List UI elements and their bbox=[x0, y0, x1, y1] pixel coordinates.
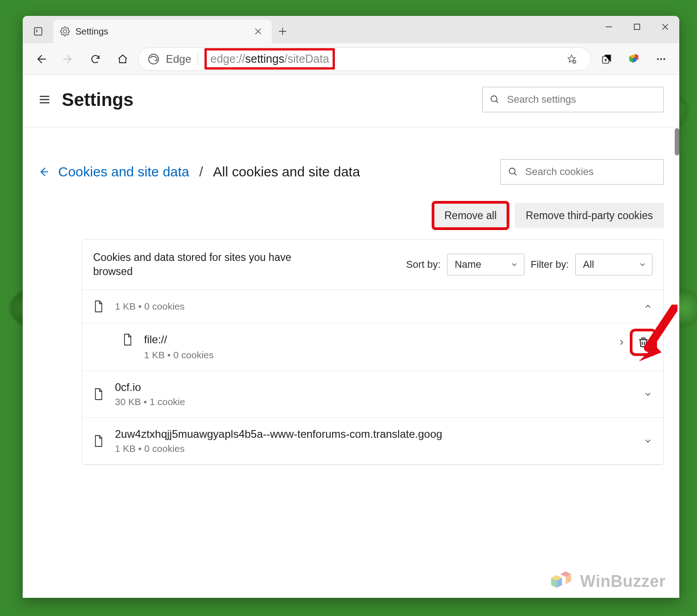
card-header: Cookies and data stored for sites you ha… bbox=[82, 240, 663, 290]
trash-icon bbox=[637, 336, 650, 349]
svg-point-12 bbox=[491, 96, 497, 102]
cookie-actions: Remove all Remove third-party cookies bbox=[23, 185, 679, 228]
file-icon bbox=[122, 333, 133, 346]
file-icon bbox=[93, 435, 104, 447]
tab-actions-button[interactable] bbox=[29, 22, 47, 40]
svg-rect-0 bbox=[35, 28, 42, 35]
breadcrumb-link[interactable]: Cookies and site data bbox=[58, 164, 189, 180]
home-icon bbox=[117, 54, 128, 65]
nav-home-button[interactable] bbox=[111, 48, 134, 70]
delete-cookie-button[interactable] bbox=[634, 333, 652, 351]
tab-bar: Settings bbox=[23, 16, 679, 43]
svg-point-9 bbox=[657, 58, 659, 60]
file-icon bbox=[93, 300, 104, 313]
address-actions bbox=[560, 48, 583, 70]
site-name: 2uw4ztxhqjj5muawgyapls4b5a--www-tenforum… bbox=[115, 428, 442, 441]
arrow-left-icon bbox=[38, 166, 50, 178]
svg-point-11 bbox=[663, 58, 665, 60]
gear-icon bbox=[60, 26, 70, 36]
active-tab[interactable]: Settings bbox=[54, 20, 272, 43]
sort-label: Sort by: bbox=[406, 259, 441, 270]
site-meta: 30 KB • 1 cookie bbox=[115, 396, 185, 407]
search-icon bbox=[508, 167, 518, 177]
sort-value: Name bbox=[455, 259, 482, 270]
svg-point-13 bbox=[509, 168, 515, 174]
chevron-down-icon[interactable] bbox=[643, 436, 652, 446]
site-row[interactable]: 2uw4ztxhqjj5muawgyapls4b5a--www-tenforum… bbox=[82, 418, 663, 465]
search-cookies-field[interactable] bbox=[525, 166, 656, 178]
cookies-card: Cookies and data stored for sites you ha… bbox=[82, 239, 664, 465]
filter-select[interactable]: All bbox=[575, 254, 652, 275]
minimize-icon bbox=[605, 23, 613, 31]
url-sep: / bbox=[284, 51, 288, 66]
nav-forward-button[interactable] bbox=[56, 48, 80, 70]
breadcrumb-back-button[interactable] bbox=[38, 166, 50, 178]
search-icon bbox=[490, 95, 500, 105]
remove-third-party-button[interactable]: Remove third-party cookies bbox=[515, 203, 664, 228]
address-app-label: Edge bbox=[166, 53, 191, 65]
maximize-icon bbox=[633, 23, 641, 30]
breadcrumb: Cookies and site data / All cookies and … bbox=[23, 127, 679, 185]
site-row[interactable]: 0cf.io 30 KB • 1 cookie bbox=[82, 371, 663, 418]
tab-title: Settings bbox=[75, 26, 108, 37]
svg-rect-1 bbox=[634, 24, 640, 30]
site-meta: 1 KB • 0 cookies bbox=[115, 443, 442, 454]
filter-value: All bbox=[583, 259, 594, 270]
nav-refresh-button[interactable] bbox=[84, 48, 107, 70]
breadcrumb-separator: / bbox=[199, 164, 203, 180]
site-child-name: file:// bbox=[144, 333, 214, 346]
edge-logo-icon bbox=[148, 53, 159, 65]
search-settings-input[interactable] bbox=[482, 87, 664, 112]
window-controls bbox=[595, 16, 679, 38]
close-icon bbox=[254, 28, 262, 35]
profile-avatar-icon bbox=[627, 52, 641, 66]
settings-menu-button[interactable] bbox=[38, 93, 51, 106]
more-menu-button[interactable] bbox=[649, 48, 673, 70]
chevron-right-icon[interactable] bbox=[617, 338, 626, 347]
star-add-icon bbox=[566, 54, 577, 65]
search-settings-field[interactable] bbox=[507, 94, 656, 105]
nav-back-button[interactable] bbox=[29, 48, 53, 70]
settings-content: Cookies and site data / All cookies and … bbox=[23, 127, 679, 598]
address-divider bbox=[198, 53, 198, 65]
url-scheme: edge:// bbox=[210, 51, 245, 66]
search-cookies-input[interactable] bbox=[500, 159, 664, 185]
page-title: Settings bbox=[62, 90, 134, 110]
url-path: siteData bbox=[288, 51, 329, 66]
chevron-up-icon[interactable] bbox=[643, 302, 652, 311]
hamburger-icon bbox=[38, 93, 51, 106]
file-icon bbox=[93, 388, 104, 401]
sort-select[interactable]: Name bbox=[447, 254, 524, 275]
tab-close-button[interactable] bbox=[251, 26, 265, 37]
svg-point-10 bbox=[660, 58, 662, 60]
card-description: Cookies and data stored for sites you ha… bbox=[93, 250, 302, 279]
chevron-down-icon[interactable] bbox=[643, 390, 652, 399]
arrow-right-icon bbox=[62, 53, 74, 65]
plus-icon bbox=[278, 27, 287, 36]
collections-button[interactable] bbox=[595, 48, 618, 70]
arrow-left-icon bbox=[35, 53, 47, 65]
close-icon bbox=[662, 23, 669, 30]
collections-icon bbox=[601, 54, 612, 65]
window-maximize-button[interactable] bbox=[623, 16, 651, 38]
profile-button[interactable] bbox=[622, 48, 646, 70]
ellipsis-icon bbox=[656, 54, 667, 65]
settings-header: Settings bbox=[23, 75, 679, 127]
sort-filter-controls: Sort by: Name Filter by: All bbox=[406, 254, 652, 275]
filter-label: Filter by: bbox=[531, 259, 569, 270]
site-name: 0cf.io bbox=[115, 381, 185, 394]
favorite-button[interactable] bbox=[560, 48, 583, 70]
window-close-button[interactable] bbox=[651, 16, 679, 38]
browser-window: Settings Ed bbox=[23, 16, 679, 598]
breadcrumb-current: All cookies and site data bbox=[213, 164, 360, 180]
chevron-down-icon bbox=[510, 260, 518, 269]
remove-all-button[interactable]: Remove all bbox=[433, 203, 508, 228]
new-tab-button[interactable] bbox=[272, 20, 294, 43]
site-child-row[interactable]: file:// 1 KB • 0 cookies bbox=[82, 323, 663, 371]
browser-toolbar: Edge edge:// settings / siteData bbox=[23, 43, 679, 75]
window-minimize-button[interactable] bbox=[595, 16, 623, 38]
scrollbar-thumb[interactable] bbox=[675, 128, 679, 155]
site-child-meta: 1 KB • 0 cookies bbox=[144, 350, 214, 361]
address-bar[interactable]: Edge edge:// settings / siteData bbox=[138, 47, 591, 71]
address-url-highlight: edge:// settings / siteData bbox=[204, 48, 335, 70]
